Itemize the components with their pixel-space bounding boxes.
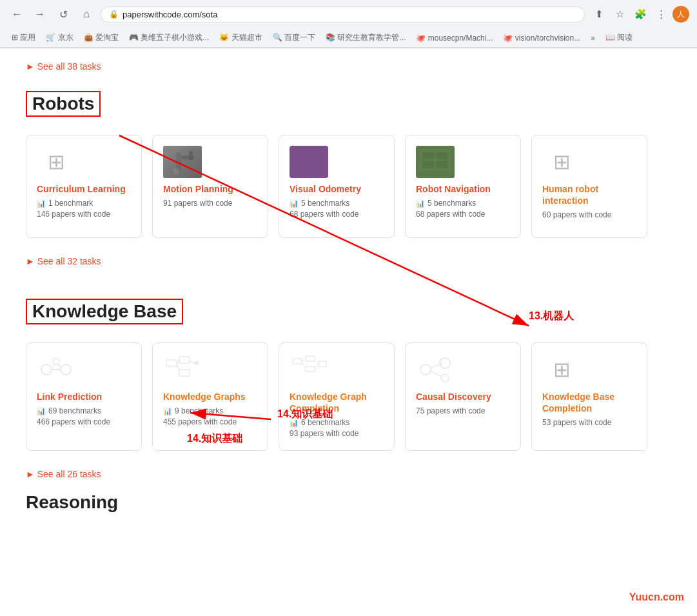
card-title-curriculum: Curriculum Learning — [37, 183, 131, 195]
chart-icon-4: 📊 — [37, 407, 46, 415]
card-stat-papers-visual: 68 papers with code — [290, 210, 384, 219]
svg-point-11 — [61, 364, 71, 375]
card-title-causal: Causal Discovery — [416, 391, 510, 402]
card-image-robot-nav — [416, 146, 455, 178]
share-button[interactable]: ⬆ — [590, 5, 608, 23]
menu-button[interactable]: ⋮ — [652, 5, 670, 23]
card-stat-papers-human-robot: 60 papers with code — [542, 210, 636, 219]
card-curriculum-learning[interactable]: ⊞ Curriculum Learning 📊 1 benchmark 146 … — [26, 135, 142, 238]
svg-line-20 — [177, 364, 179, 372]
card-title-robot-nav: Robot Navigation — [416, 183, 510, 195]
see-all-26-link[interactable]: ► See all 26 tasks — [26, 456, 671, 486]
forward-button[interactable]: → — [31, 5, 49, 23]
card-title-kg: Knowledge Graphs — [163, 391, 257, 402]
browser-toolbar: ← → ↺ ⌂ 🔒 paperswithcode.com/sota ⬆ ☆ 🧩 … — [0, 0, 697, 28]
card-human-robot[interactable]: ⊞ Human robot interaction 60 papers with… — [531, 135, 647, 238]
home-button[interactable]: ⌂ — [77, 5, 95, 23]
card-motion-planning[interactable]: Motion Planning 91 papers with code — [152, 135, 268, 238]
svg-rect-18 — [179, 370, 190, 376]
card-title-visual: Visual Odometry — [290, 183, 384, 195]
svg-rect-16 — [166, 360, 177, 366]
card-image-motion — [163, 146, 202, 178]
card-stat-papers-link-pred: 466 papers with code — [37, 417, 131, 426]
robots-heading: Robots — [26, 91, 101, 117]
robot-nav-thumbnail — [416, 146, 455, 178]
svg-point-10 — [41, 364, 52, 375]
placeholder-icon-2: ⊞ — [553, 150, 571, 174]
bookmark-github1[interactable]: 🐙 mousecpn/Machi... — [412, 32, 496, 44]
chart-icon-5: 📊 — [163, 407, 172, 415]
card-image-visual — [290, 146, 328, 178]
card-image-curriculum: ⊞ — [37, 146, 75, 178]
chart-icon: 📊 — [37, 199, 46, 208]
bookmark-taobao[interactable]: 👜 爱淘宝 — [80, 31, 123, 45]
card-visual-odometry[interactable]: Visual Odometry 📊 5 benchmarks 68 papers… — [279, 135, 395, 238]
chart-icon-2: 📊 — [290, 199, 299, 208]
svg-rect-23 — [293, 359, 302, 364]
refresh-button[interactable]: ↺ — [54, 5, 72, 23]
card-image-kg — [163, 353, 202, 386]
back-button[interactable]: ← — [8, 5, 26, 23]
svg-line-14 — [53, 364, 55, 366]
svg-line-21 — [190, 361, 195, 363]
extensions-button[interactable]: 🧩 — [631, 5, 649, 23]
knowledge-base-cards-grid: Link Prediction 📊 69 benchmarks 466 pape… — [26, 343, 671, 451]
svg-marker-36 — [440, 363, 443, 366]
card-stat-benchmark-kg: 📊 9 benchmarks — [163, 406, 257, 415]
card-title-kgc: Knowledge Graph Completion — [290, 391, 384, 414]
bookmark-button[interactable]: ☆ — [611, 5, 629, 23]
reasoning-section: Reasoning — [26, 492, 671, 513]
bookmark-research[interactable]: 📚 研究生教育教学管... — [322, 31, 409, 45]
card-stat-papers-kg: 455 papers with code — [163, 417, 257, 426]
browser-chrome: ← → ↺ ⌂ 🔒 paperswithcode.com/sota ⬆ ☆ 🧩 … — [0, 0, 697, 48]
card-stat-benchmark-kgc: 📊 6 benchmarks — [290, 418, 384, 427]
chart-icon-6: 📊 — [290, 419, 299, 427]
card-image-causal — [416, 353, 455, 386]
svg-rect-0 — [163, 146, 202, 178]
bookmark-read[interactable]: 📖 阅读 — [602, 31, 636, 45]
card-stat-benchmark-visual: 📊 5 benchmarks — [290, 199, 384, 208]
card-title-kbc: Knowledge Base Completion — [542, 391, 636, 414]
card-kb-completion[interactable]: ⊞ Knowledge Base Completion 53 papers wi… — [531, 343, 647, 451]
card-kg-completion[interactable]: Knowledge Graph Completion 📊 6 benchmark… — [279, 343, 395, 451]
svg-line-35 — [431, 372, 441, 376]
svg-rect-25 — [306, 366, 315, 372]
svg-line-34 — [431, 364, 440, 368]
bookmark-baidu[interactable]: 🔍 百度一下 — [269, 31, 319, 45]
svg-line-30 — [315, 365, 319, 370]
svg-line-28 — [302, 362, 306, 369]
bookmark-tmall[interactable]: 🐱 天猫超市 — [215, 31, 266, 45]
address-bar[interactable]: 🔒 paperswithcode.com/sota — [101, 6, 585, 23]
svg-point-22 — [195, 361, 199, 365]
lock-icon: 🔒 — [109, 10, 119, 19]
bookmark-apps[interactable]: ⊞ 应用 — [8, 31, 39, 45]
svg-line-15 — [57, 364, 61, 366]
svg-rect-17 — [179, 357, 190, 363]
profile-icon[interactable]: 人 — [672, 6, 689, 23]
card-stat-papers-motion: 91 papers with code — [163, 199, 257, 208]
chart-icon-3: 📊 — [416, 199, 425, 208]
card-stat-papers-causal: 75 papers with code — [416, 406, 510, 415]
card-title-motion: Motion Planning — [163, 183, 257, 195]
url-text: paperswithcode.com/sota — [123, 10, 217, 19]
card-causal-discovery[interactable]: Causal Discovery 75 papers with code — [405, 343, 521, 451]
card-robot-navigation[interactable]: Robot Navigation 📊 5 benchmarks 68 paper… — [405, 135, 521, 238]
bookmark-jd[interactable]: 🛒 京东 — [42, 31, 77, 45]
reasoning-heading: Reasoning — [26, 492, 671, 513]
see-all-32-link[interactable]: ► See all 32 tasks — [26, 243, 671, 273]
browser-actions: ⬆ ☆ 🧩 ⋮ 人 — [590, 5, 689, 23]
card-link-prediction[interactable]: Link Prediction 📊 69 benchmarks 466 pape… — [26, 343, 142, 451]
robots-cards-grid: ⊞ Curriculum Learning 📊 1 benchmark 146 … — [26, 135, 671, 238]
knowledge-base-section: Knowledge Base 14.知识基础 — [26, 286, 671, 486]
see-all-38-link[interactable]: ► See all 38 tasks — [26, 48, 671, 78]
card-title-link-pred: Link Prediction — [37, 391, 131, 402]
bookmark-github2[interactable]: 🐙 vision/torchvision... — [499, 32, 584, 44]
card-image-link-pred — [37, 353, 75, 386]
card-knowledge-graphs[interactable]: Knowledge Graphs 📊 9 benchmarks 455 pape… — [152, 343, 268, 451]
svg-rect-24 — [306, 356, 315, 361]
card-stat-papers-kgc: 93 papers with code — [290, 429, 384, 438]
bookmark-game[interactable]: 🎮 奥维五子棋小游戏... — [125, 31, 213, 45]
motion-planning-thumbnail — [163, 146, 202, 178]
visual-odometry-thumbnail — [290, 146, 328, 178]
bookmark-more[interactable]: » — [587, 32, 599, 44]
